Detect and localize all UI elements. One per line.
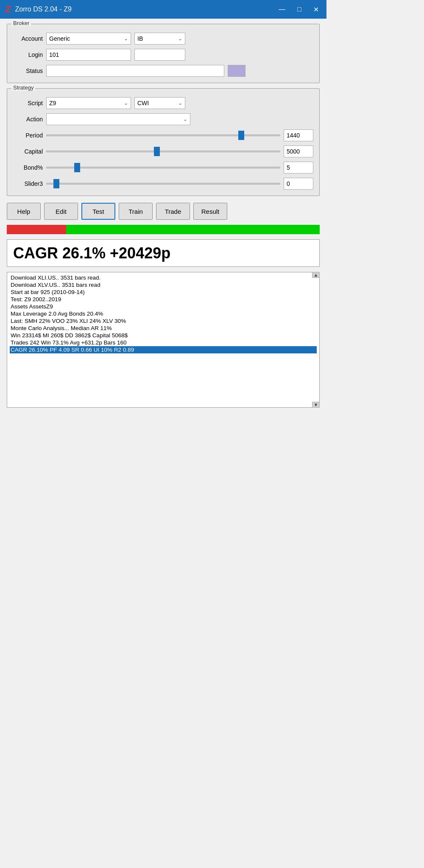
slider3-track (46, 183, 280, 185)
log-line: CAGR 26.10% PF 4.09 SR 0.66 UI 10% R2 0.… (10, 346, 317, 353)
cagr-display: CAGR 26.1% +20429p (7, 239, 320, 267)
status-input[interactable] (46, 65, 224, 77)
progress-bar (7, 225, 320, 234)
login-label: Login (13, 51, 43, 58)
broker-group: Broker Account Generic ⌄ IB ⌄ Login Stat… (7, 24, 320, 83)
action-buttons-row: Help Edit Test Train Trade Result (7, 203, 320, 220)
account-selected-value: Generic (49, 35, 70, 42)
period-slider-track (46, 134, 280, 136)
app-logo: Z (5, 4, 11, 15)
account-row: Account Generic ⌄ IB ⌄ (13, 33, 313, 45)
status-row: Status (13, 65, 313, 77)
log-line: Test: Z9 2002..2019 (10, 296, 317, 303)
broker-selected-value: IB (137, 35, 143, 42)
capital-slider-track (46, 151, 280, 152)
maximize-button[interactable]: □ (295, 5, 304, 14)
result-button[interactable]: Result (193, 203, 227, 220)
action-dropdown-arrow: ⌄ (183, 116, 187, 122)
log-line: Last: SMH 22% VOO 23% XLI 24% XLV 30% (10, 317, 317, 325)
minimize-button[interactable]: — (276, 5, 288, 14)
action-label: Action (13, 116, 43, 123)
log-container: Download XLI.US.. 3531 bars read.Downloa… (7, 272, 320, 408)
login-input[interactable] (46, 49, 131, 61)
close-button[interactable]: ✕ (311, 5, 321, 14)
app-title: Zorro DS 2.04 - Z9 (15, 6, 276, 13)
script-label: Script (13, 100, 43, 106)
account-dropdown-arrow: ⌄ (124, 36, 128, 42)
action-row: Action ⌄ (13, 113, 313, 125)
window-controls: — □ ✕ (276, 5, 321, 14)
bond-slider-track (46, 167, 280, 168)
period-label: Period (13, 132, 43, 139)
title-bar: Z Zorro DS 2.04 - Z9 — □ ✕ (0, 0, 326, 19)
progress-red-segment (7, 225, 66, 234)
script-dropdown[interactable]: Z9 ⌄ (46, 97, 131, 109)
log-line: Monte Carlo Analysis... Median AR 11% (10, 325, 317, 332)
broker-group-label: Broker (11, 20, 31, 26)
script-dropdown2[interactable]: CWI ⌄ (134, 97, 185, 109)
slider3-container (46, 179, 280, 188)
strategy-group: Strategy Script Z9 ⌄ CWI ⌄ Action ⌄ Peri… (7, 88, 320, 196)
scrollbar-up-button[interactable]: ▲ (312, 272, 320, 278)
log-line: Assets AssetsZ9 (10, 303, 317, 310)
test-button[interactable]: Test (81, 203, 115, 220)
progress-green-segment (66, 225, 320, 234)
period-row: Period (13, 129, 313, 141)
log-line: Download XLI.US.. 3531 bars read. (10, 274, 317, 281)
scrollbar-down-button[interactable]: ▼ (312, 402, 320, 408)
slider3-label: Slider3 (13, 180, 43, 187)
login-secondary-input[interactable] (134, 49, 185, 61)
period-slider-thumb[interactable] (238, 131, 244, 140)
capital-label: Capital (13, 148, 43, 155)
script-selected-value2: CWI (137, 100, 149, 106)
train-button[interactable]: Train (119, 203, 153, 220)
bond-row: Bond% (13, 162, 313, 174)
capital-value-input[interactable] (284, 146, 313, 157)
account-dropdown[interactable]: Generic ⌄ (46, 33, 131, 45)
bond-label: Bond% (13, 164, 43, 171)
log-line: Win 23314$ MI 260$ DD 3862$ Capital 5068… (10, 332, 317, 339)
period-slider-container (46, 131, 280, 140)
capital-row: Capital (13, 146, 313, 157)
capital-slider-thumb[interactable] (154, 147, 160, 156)
status-label: Status (13, 67, 43, 74)
log-line: Max Leverage 2.0 Avg Bonds 20.4% (10, 310, 317, 317)
trade-button[interactable]: Trade (156, 203, 190, 220)
script-selected-value: Z9 (49, 100, 56, 106)
status-color-indicator (228, 65, 245, 77)
log-line: Download XLV.US.. 3531 bars read (10, 281, 317, 288)
main-content: Broker Account Generic ⌄ IB ⌄ Login Stat… (0, 19, 326, 413)
log-line: Trades 242 Win 73.1% Avg +631.2p Bars 16… (10, 339, 317, 346)
account-label: Account (13, 35, 43, 42)
script-dropdown-arrow: ⌄ (124, 100, 128, 106)
action-dropdown[interactable]: ⌄ (46, 113, 190, 125)
bond-value-input[interactable] (284, 162, 313, 174)
broker-dropdown-arrow: ⌄ (178, 36, 182, 42)
help-button[interactable]: Help (7, 203, 41, 220)
script-row: Script Z9 ⌄ CWI ⌄ (13, 97, 313, 109)
log-box[interactable]: Download XLI.US.. 3531 bars read.Downloa… (7, 272, 320, 408)
strategy-group-label: Strategy (11, 84, 35, 91)
slider3-row: Slider3 (13, 178, 313, 190)
login-row: Login (13, 49, 313, 61)
broker-dropdown[interactable]: IB ⌄ (134, 33, 185, 45)
capital-slider-container (46, 147, 280, 156)
edit-button[interactable]: Edit (44, 203, 78, 220)
log-line: Start at bar 925 (2010-09-14) (10, 288, 317, 296)
slider3-thumb[interactable] (53, 179, 59, 188)
bond-slider-container (46, 163, 280, 172)
script-dropdown2-arrow: ⌄ (178, 100, 182, 106)
cagr-text: CAGR 26.1% +20429p (13, 244, 170, 262)
bond-slider-thumb[interactable] (74, 163, 80, 172)
period-value-input[interactable] (284, 129, 313, 141)
slider3-value-input[interactable] (284, 178, 313, 190)
